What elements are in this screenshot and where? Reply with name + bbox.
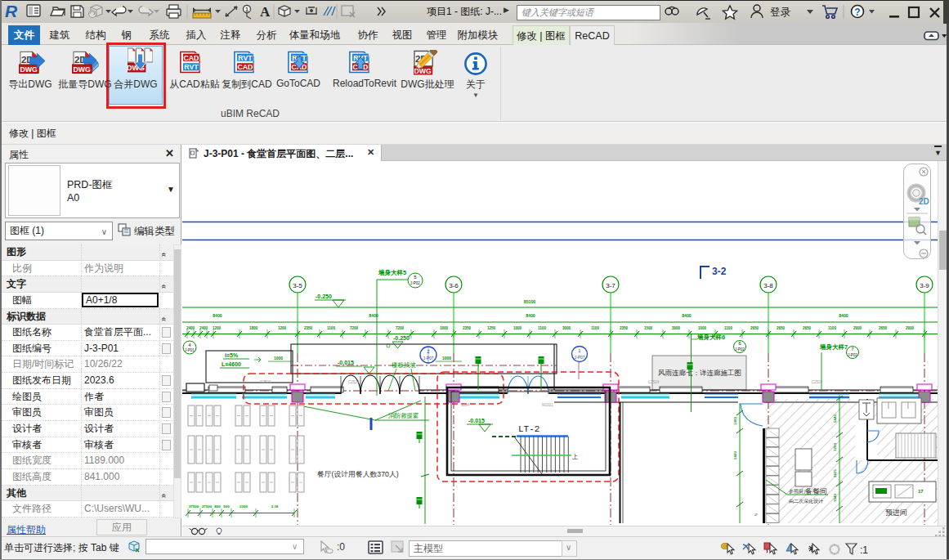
svg-text:2400: 2400: [199, 326, 208, 330]
svg-text:2000: 2000: [906, 326, 915, 330]
svg-text:3-6: 3-6: [449, 282, 459, 289]
svg-text:5400: 5400: [733, 451, 737, 459]
svg-text:消防救援窗: 消防救援窗: [388, 412, 419, 419]
svg-text:6: 6: [738, 341, 741, 346]
svg-text:8400: 8400: [526, 313, 535, 318]
svg-text:3000: 3000: [562, 326, 571, 330]
svg-text:DWG: DWG: [73, 65, 91, 74]
svg-text:J-P01: J-P01: [185, 348, 195, 352]
svg-text:85100: 85100: [524, 299, 536, 304]
svg-text:1000: 1000: [442, 356, 451, 361]
svg-text:8400: 8400: [839, 313, 848, 318]
svg-text:1040: 1040: [833, 494, 837, 502]
svg-text:?: ?: [854, 7, 860, 18]
svg-text:-0.250: -0.250: [393, 335, 410, 341]
svg-text:3-9: 3-9: [920, 282, 929, 289]
svg-text:3-7: 3-7: [606, 282, 616, 289]
svg-text:1500: 1500: [644, 326, 653, 330]
svg-text:LT-2: LT-2: [518, 424, 539, 434]
svg-text:-0.015: -0.015: [338, 360, 354, 365]
svg-text:1000: 1000: [733, 417, 737, 425]
svg-text:-0.015: -0.015: [468, 418, 485, 423]
svg-text:CAD: CAD: [238, 63, 253, 71]
svg-text:1000: 1000: [698, 326, 707, 330]
svg-text:8400: 8400: [213, 313, 222, 318]
svg-text:1100: 1100: [828, 326, 836, 330]
svg-text:2000: 2000: [853, 326, 862, 330]
svg-text:J-P07: J-P07: [574, 355, 584, 360]
svg-text:1200: 1200: [278, 326, 287, 330]
svg-text:500: 500: [223, 504, 230, 508]
svg-text:2650: 2650: [803, 326, 812, 330]
svg-text:5: 5: [414, 275, 417, 280]
svg-text:楼板找坡: 楼板找坡: [392, 361, 417, 369]
svg-text:17: 17: [918, 489, 924, 494]
svg-text:RVT: RVT: [184, 63, 199, 71]
svg-text:2650: 2650: [750, 326, 759, 330]
svg-text:上: 上: [572, 454, 578, 459]
svg-text:7200: 7200: [350, 326, 359, 330]
svg-text:风雨连廊七：详连廊施工图: 风雨连廊七：详连廊施工图: [658, 369, 741, 377]
svg-text:C2524: C2524: [648, 380, 660, 384]
svg-text:2D: 2D: [919, 197, 929, 206]
svg-text:C2524: C2524: [812, 380, 823, 384]
svg-text:墙身大样6: 墙身大样6: [696, 334, 725, 341]
svg-text:4: 4: [188, 343, 190, 347]
svg-text:2625: 2625: [833, 469, 837, 477]
svg-text:1000: 1000: [440, 326, 449, 330]
svg-text:2350: 2350: [463, 326, 472, 330]
svg-text::1: :1: [860, 544, 868, 556]
svg-text:墙身大样5: 墙身大样5: [378, 269, 406, 276]
svg-text:1100: 1100: [538, 326, 546, 330]
svg-text:2400: 2400: [186, 326, 195, 330]
svg-text:1100: 1100: [591, 326, 599, 330]
svg-text:登录: 登录: [770, 7, 791, 18]
svg-text:-0.250: -0.250: [316, 293, 332, 299]
svg-text:由二次深化设计: 由二次深化设计: [789, 498, 823, 504]
svg-text:1200: 1200: [213, 326, 222, 330]
svg-text:预进间: 预进间: [885, 508, 907, 517]
svg-text:备餐间: 备餐间: [805, 487, 827, 495]
svg-text:i=5%: i=5%: [225, 352, 239, 358]
svg-text:800: 800: [214, 504, 221, 508]
svg-text:3000: 3000: [672, 326, 681, 330]
svg-text:1000: 1000: [513, 326, 522, 330]
svg-text:L=4600: L=4600: [222, 361, 241, 367]
svg-text:2300: 2300: [239, 504, 248, 508]
svg-text:1100: 1100: [724, 326, 732, 330]
svg-text:2350: 2350: [304, 326, 313, 330]
svg-text:7: 7: [851, 347, 853, 352]
svg-text:A: A: [260, 4, 271, 20]
svg-text:1800: 1800: [249, 326, 258, 330]
svg-text:C2524: C2524: [260, 380, 271, 384]
svg-text:J-P02: J-P02: [735, 347, 745, 352]
svg-text:C2524: C2524: [348, 380, 360, 384]
svg-text:2350: 2350: [620, 326, 629, 330]
svg-text:3-5: 3-5: [293, 282, 302, 289]
svg-text:RVT: RVT: [238, 54, 253, 62]
svg-text:27500: 27500: [202, 504, 213, 508]
svg-text:DWG: DWG: [20, 65, 38, 74]
svg-text:7200: 7200: [396, 326, 405, 330]
svg-text:3-2: 3-2: [712, 266, 727, 277]
svg-text:2.18: 2.18: [271, 504, 279, 508]
svg-text:J-P02: J-P02: [848, 353, 857, 357]
svg-text:2650: 2650: [879, 326, 888, 330]
svg-text:8400: 8400: [682, 313, 692, 318]
svg-text:1200: 1200: [833, 443, 837, 451]
svg-text:1100: 1100: [327, 326, 335, 330]
svg-text:参照厨户: 参照厨户: [789, 488, 808, 494]
svg-text:5445: 5445: [833, 414, 837, 423]
svg-text:墙身大样7: 墙身大样7: [819, 343, 848, 351]
svg-text:CAD: CAD: [184, 54, 199, 62]
svg-text:3-8: 3-8: [763, 282, 773, 289]
svg-text:2650: 2650: [777, 326, 786, 330]
svg-text:M1021: M1021: [542, 403, 553, 407]
svg-text:9034: 9034: [461, 403, 470, 407]
svg-text:1: 1: [245, 7, 248, 12]
svg-text:⌀: ⌀: [754, 512, 758, 517]
svg-text:餐厅(设计用餐人数370人): 餐厅(设计用餐人数370人): [317, 470, 399, 478]
svg-text:27500: 27500: [189, 504, 199, 508]
svg-text:1000: 1000: [274, 356, 283, 361]
svg-text:J-P02: J-P02: [410, 281, 420, 285]
